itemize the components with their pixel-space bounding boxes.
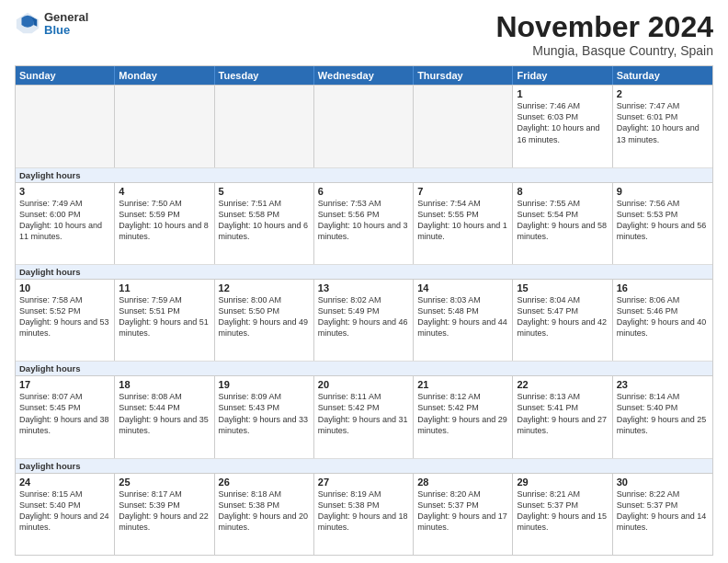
cell-info: Sunrise: 8:07 AM Sunset: 5:45 PM Dayligh…: [19, 391, 110, 436]
cell-info: Sunrise: 8:18 AM Sunset: 5:38 PM Dayligh…: [219, 488, 310, 534]
cell-info: Sunrise: 7:53 AM Sunset: 5:56 PM Dayligh…: [318, 198, 409, 243]
day-number: 24: [19, 477, 110, 488]
cal-cell: 12Sunrise: 8:00 AM Sunset: 5:50 PM Dayli…: [215, 280, 314, 361]
cal-cell: [16, 86, 115, 167]
daylight-row: Daylight hours: [16, 458, 712, 473]
day-number: 9: [617, 186, 709, 197]
cal-cell: 10Sunrise: 7:58 AM Sunset: 5:52 PM Dayli…: [16, 280, 115, 361]
cell-info: Sunrise: 7:51 AM Sunset: 5:58 PM Dayligh…: [219, 198, 310, 243]
cell-info: Sunrise: 7:54 AM Sunset: 5:55 PM Dayligh…: [417, 198, 508, 243]
cell-info: Sunrise: 8:12 AM Sunset: 5:42 PM Dayligh…: [417, 391, 508, 436]
day-number: 16: [617, 282, 709, 293]
day-number: 17: [19, 379, 110, 390]
day-number: 14: [417, 282, 508, 293]
cal-cell: 18Sunrise: 8:08 AM Sunset: 5:44 PM Dayli…: [115, 376, 214, 457]
day-number: 29: [517, 477, 608, 488]
cal-cell: 24Sunrise: 8:15 AM Sunset: 5:40 PM Dayli…: [16, 474, 115, 555]
cal-cell: 20Sunrise: 8:11 AM Sunset: 5:42 PM Dayli…: [314, 376, 414, 457]
cal-cell: 5Sunrise: 7:51 AM Sunset: 5:58 PM Daylig…: [215, 183, 314, 264]
cell-info: Sunrise: 7:50 AM Sunset: 5:59 PM Dayligh…: [119, 198, 210, 243]
day-number: 21: [417, 379, 508, 390]
cell-info: Sunrise: 8:22 AM Sunset: 5:37 PM Dayligh…: [617, 488, 709, 534]
cell-info: Sunrise: 8:02 AM Sunset: 5:49 PM Dayligh…: [318, 294, 409, 339]
cell-info: Sunrise: 7:47 AM Sunset: 6:01 PM Dayligh…: [617, 100, 709, 145]
day-number: 4: [119, 186, 210, 197]
cell-info: Sunrise: 8:17 AM Sunset: 5:39 PM Dayligh…: [119, 488, 210, 534]
cell-info: Sunrise: 8:08 AM Sunset: 5:44 PM Dayligh…: [119, 391, 210, 436]
cell-info: Sunrise: 7:46 AM Sunset: 6:03 PM Dayligh…: [517, 100, 608, 145]
cell-info: Sunrise: 8:19 AM Sunset: 5:38 PM Dayligh…: [318, 488, 409, 534]
day-number: 1: [517, 88, 608, 99]
main-title: November 2024: [495, 11, 713, 43]
daylight-row: Daylight hours: [16, 167, 712, 182]
cal-cell: 8Sunrise: 7:55 AM Sunset: 5:54 PM Daylig…: [513, 183, 612, 264]
logo: General Blue: [15, 11, 88, 38]
day-number: 11: [119, 282, 210, 293]
cell-info: Sunrise: 7:58 AM Sunset: 5:52 PM Dayligh…: [19, 294, 110, 339]
day-number: 3: [19, 186, 110, 197]
cell-info: Sunrise: 8:21 AM Sunset: 5:37 PM Dayligh…: [517, 488, 608, 534]
cell-info: Sunrise: 8:09 AM Sunset: 5:43 PM Dayligh…: [219, 391, 310, 436]
calendar-header: SundayMondayTuesdayWednesdayThursdayFrid…: [16, 66, 712, 85]
cal-cell: 13Sunrise: 8:02 AM Sunset: 5:49 PM Dayli…: [314, 280, 414, 361]
day-number: 6: [318, 186, 409, 197]
cell-info: Sunrise: 7:59 AM Sunset: 5:51 PM Dayligh…: [119, 294, 210, 339]
cal-cell: [414, 86, 513, 167]
daylight-label: Daylight hours: [19, 461, 81, 471]
subtitle: Mungia, Basque Country, Spain: [495, 43, 713, 58]
cal-cell: 17Sunrise: 8:07 AM Sunset: 5:45 PM Dayli…: [16, 376, 115, 457]
day-number: 28: [417, 477, 508, 488]
cal-cell: 19Sunrise: 8:09 AM Sunset: 5:43 PM Dayli…: [215, 376, 314, 457]
cal-cell: [314, 86, 414, 167]
cal-cell: 29Sunrise: 8:21 AM Sunset: 5:37 PM Dayli…: [513, 474, 612, 555]
cal-cell: 4Sunrise: 7:50 AM Sunset: 5:59 PM Daylig…: [115, 183, 214, 264]
cal-cell: [215, 86, 314, 167]
day-number: 19: [219, 379, 310, 390]
logo-text: General Blue: [44, 11, 88, 38]
logo-icon: [15, 11, 40, 37]
cell-info: Sunrise: 8:15 AM Sunset: 5:40 PM Dayligh…: [19, 488, 110, 534]
header: General Blue November 2024 Mungia, Basqu…: [15, 11, 713, 58]
cal-cell: 21Sunrise: 8:12 AM Sunset: 5:42 PM Dayli…: [414, 376, 513, 457]
cal-cell: 15Sunrise: 8:04 AM Sunset: 5:47 PM Dayli…: [513, 280, 612, 361]
day-number: 30: [617, 477, 709, 488]
cal-cell: 2Sunrise: 7:47 AM Sunset: 6:01 PM Daylig…: [613, 86, 712, 167]
daylight-row: Daylight hours: [16, 361, 712, 375]
cell-info: Sunrise: 7:55 AM Sunset: 5:54 PM Dayligh…: [517, 198, 608, 243]
day-number: 27: [318, 477, 409, 488]
cal-cell: 7Sunrise: 7:54 AM Sunset: 5:55 PM Daylig…: [414, 183, 513, 264]
day-number: 7: [417, 186, 508, 197]
cell-info: Sunrise: 8:20 AM Sunset: 5:37 PM Dayligh…: [417, 488, 508, 534]
header-cell-friday: Friday: [513, 66, 612, 85]
daylight-row: Daylight hours: [16, 264, 712, 279]
cell-info: Sunrise: 8:14 AM Sunset: 5:40 PM Dayligh…: [617, 391, 709, 436]
cal-cell: 3Sunrise: 7:49 AM Sunset: 6:00 PM Daylig…: [16, 183, 115, 264]
header-cell-thursday: Thursday: [414, 66, 513, 85]
header-cell-tuesday: Tuesday: [215, 66, 314, 85]
week-row-2: 3Sunrise: 7:49 AM Sunset: 6:00 PM Daylig…: [16, 182, 712, 264]
cal-cell: 28Sunrise: 8:20 AM Sunset: 5:37 PM Dayli…: [414, 474, 513, 555]
day-number: 26: [219, 477, 310, 488]
week-row-1: 1Sunrise: 7:46 AM Sunset: 6:03 PM Daylig…: [16, 85, 712, 167]
week-row-5: 24Sunrise: 8:15 AM Sunset: 5:40 PM Dayli…: [16, 473, 712, 555]
day-number: 10: [19, 282, 110, 293]
cal-cell: 14Sunrise: 8:03 AM Sunset: 5:48 PM Dayli…: [414, 280, 513, 361]
cal-cell: 11Sunrise: 7:59 AM Sunset: 5:51 PM Dayli…: [115, 280, 214, 361]
cal-cell: [115, 86, 214, 167]
day-number: 22: [517, 379, 608, 390]
cal-cell: 16Sunrise: 8:06 AM Sunset: 5:46 PM Dayli…: [613, 280, 712, 361]
logo-general-text: General: [44, 11, 88, 24]
cell-info: Sunrise: 8:00 AM Sunset: 5:50 PM Dayligh…: [219, 294, 310, 339]
header-cell-sunday: Sunday: [16, 66, 115, 85]
title-block: November 2024 Mungia, Basque Country, Sp…: [495, 11, 713, 58]
cal-cell: 26Sunrise: 8:18 AM Sunset: 5:38 PM Dayli…: [215, 474, 314, 555]
week-row-4: 17Sunrise: 8:07 AM Sunset: 5:45 PM Dayli…: [16, 375, 712, 457]
cal-cell: 9Sunrise: 7:56 AM Sunset: 5:53 PM Daylig…: [613, 183, 712, 264]
cell-info: Sunrise: 7:49 AM Sunset: 6:00 PM Dayligh…: [19, 198, 110, 243]
day-number: 2: [617, 88, 709, 99]
cal-cell: 22Sunrise: 8:13 AM Sunset: 5:41 PM Dayli…: [513, 376, 612, 457]
cal-cell: 30Sunrise: 8:22 AM Sunset: 5:37 PM Dayli…: [613, 474, 712, 555]
header-cell-monday: Monday: [115, 66, 214, 85]
day-number: 8: [517, 186, 608, 197]
day-number: 25: [119, 477, 210, 488]
